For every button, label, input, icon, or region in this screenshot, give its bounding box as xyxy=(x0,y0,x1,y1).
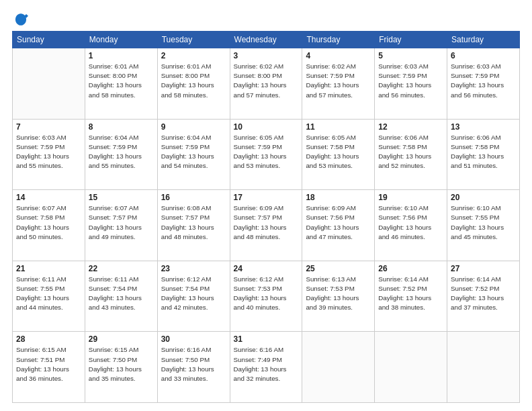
calendar-cell: 31Sunrise: 6:16 AM Sunset: 7:49 PM Dayli… xyxy=(230,332,302,403)
calendar-cell: 30Sunrise: 6:16 AM Sunset: 7:50 PM Dayli… xyxy=(157,332,230,403)
day-info: Sunrise: 6:14 AM Sunset: 7:52 PM Dayligh… xyxy=(451,275,516,313)
day-info: Sunrise: 6:15 AM Sunset: 7:51 PM Dayligh… xyxy=(16,345,81,383)
day-number: 13 xyxy=(451,122,516,132)
day-number: 28 xyxy=(16,334,81,344)
calendar-cell: 5Sunrise: 6:03 AM Sunset: 7:59 PM Daylig… xyxy=(375,48,447,120)
day-info: Sunrise: 6:09 AM Sunset: 7:56 PM Dayligh… xyxy=(306,203,371,242)
day-info: Sunrise: 6:12 AM Sunset: 7:54 PM Dayligh… xyxy=(161,275,226,313)
day-number: 15 xyxy=(89,193,154,202)
day-info: Sunrise: 6:06 AM Sunset: 7:58 PM Dayligh… xyxy=(451,133,516,171)
day-number: 5 xyxy=(378,51,443,60)
calendar-cell: 29Sunrise: 6:15 AM Sunset: 7:50 PM Dayli… xyxy=(85,332,157,403)
day-info: Sunrise: 6:04 AM Sunset: 7:59 PM Dayligh… xyxy=(161,133,226,171)
day-number: 25 xyxy=(306,264,371,273)
weekday-header: Saturday xyxy=(447,32,520,48)
day-info: Sunrise: 6:16 AM Sunset: 7:50 PM Dayligh… xyxy=(161,345,226,383)
logo-icon xyxy=(13,12,28,27)
day-info: Sunrise: 6:07 AM Sunset: 7:58 PM Dayligh… xyxy=(16,203,81,242)
day-number: 3 xyxy=(234,51,299,60)
day-info: Sunrise: 6:12 AM Sunset: 7:53 PM Dayligh… xyxy=(234,275,299,313)
calendar-cell: 14Sunrise: 6:07 AM Sunset: 7:58 PM Dayli… xyxy=(13,190,85,261)
weekday-header: Thursday xyxy=(302,32,375,48)
day-number: 22 xyxy=(89,264,154,273)
calendar-cell xyxy=(302,332,375,403)
calendar-cell: 19Sunrise: 6:10 AM Sunset: 7:56 PM Dayli… xyxy=(375,190,447,261)
day-number: 7 xyxy=(16,122,81,132)
day-number: 19 xyxy=(378,193,443,202)
day-info: Sunrise: 6:05 AM Sunset: 7:58 PM Dayligh… xyxy=(306,133,371,171)
calendar-cell: 12Sunrise: 6:06 AM Sunset: 7:58 PM Dayli… xyxy=(375,119,447,190)
day-number: 20 xyxy=(451,193,516,202)
calendar-week-row: 14Sunrise: 6:07 AM Sunset: 7:58 PM Dayli… xyxy=(13,190,520,261)
calendar-cell: 3Sunrise: 6:02 AM Sunset: 8:00 PM Daylig… xyxy=(230,48,302,120)
day-info: Sunrise: 6:06 AM Sunset: 7:58 PM Dayligh… xyxy=(378,133,443,171)
day-number: 14 xyxy=(16,193,81,202)
calendar-cell: 28Sunrise: 6:15 AM Sunset: 7:51 PM Dayli… xyxy=(13,332,85,403)
day-info: Sunrise: 6:04 AM Sunset: 7:59 PM Dayligh… xyxy=(89,133,154,171)
weekday-header: Sunday xyxy=(13,32,85,48)
day-info: Sunrise: 6:11 AM Sunset: 7:55 PM Dayligh… xyxy=(16,275,81,313)
day-number: 18 xyxy=(306,193,371,202)
day-number: 2 xyxy=(161,51,226,60)
day-info: Sunrise: 6:03 AM Sunset: 7:59 PM Dayligh… xyxy=(378,62,443,100)
calendar-cell: 2Sunrise: 6:01 AM Sunset: 8:00 PM Daylig… xyxy=(157,48,230,120)
day-number: 17 xyxy=(234,193,299,202)
day-info: Sunrise: 6:07 AM Sunset: 7:57 PM Dayligh… xyxy=(89,203,154,242)
calendar-cell: 25Sunrise: 6:13 AM Sunset: 7:53 PM Dayli… xyxy=(302,261,375,332)
weekday-header: Monday xyxy=(85,32,157,48)
day-number: 8 xyxy=(89,122,154,132)
calendar-cell: 13Sunrise: 6:06 AM Sunset: 7:58 PM Dayli… xyxy=(447,119,520,190)
day-info: Sunrise: 6:11 AM Sunset: 7:54 PM Dayligh… xyxy=(89,275,154,313)
day-info: Sunrise: 6:03 AM Sunset: 7:59 PM Dayligh… xyxy=(16,133,81,171)
weekday-header: Friday xyxy=(375,32,447,48)
calendar-week-row: 21Sunrise: 6:11 AM Sunset: 7:55 PM Dayli… xyxy=(13,261,520,332)
calendar-cell: 17Sunrise: 6:09 AM Sunset: 7:57 PM Dayli… xyxy=(230,190,302,261)
calendar-cell xyxy=(375,332,447,403)
day-number: 1 xyxy=(89,51,154,60)
day-info: Sunrise: 6:08 AM Sunset: 7:57 PM Dayligh… xyxy=(161,203,226,242)
weekday-header: Tuesday xyxy=(157,32,230,48)
calendar-header-row: SundayMondayTuesdayWednesdayThursdayFrid… xyxy=(13,32,520,48)
page: SundayMondayTuesdayWednesdayThursdayFrid… xyxy=(0,0,532,411)
day-number: 29 xyxy=(89,334,154,344)
day-info: Sunrise: 6:10 AM Sunset: 7:56 PM Dayligh… xyxy=(378,203,443,242)
day-info: Sunrise: 6:05 AM Sunset: 7:59 PM Dayligh… xyxy=(234,133,299,171)
day-number: 9 xyxy=(161,122,226,132)
calendar-cell: 24Sunrise: 6:12 AM Sunset: 7:53 PM Dayli… xyxy=(230,261,302,332)
day-number: 11 xyxy=(306,122,371,132)
calendar-week-row: 7Sunrise: 6:03 AM Sunset: 7:59 PM Daylig… xyxy=(13,119,520,190)
calendar-cell: 8Sunrise: 6:04 AM Sunset: 7:59 PM Daylig… xyxy=(85,119,157,190)
day-number: 23 xyxy=(161,264,226,273)
calendar-cell: 4Sunrise: 6:02 AM Sunset: 7:59 PM Daylig… xyxy=(302,48,375,120)
day-number: 31 xyxy=(234,334,299,344)
calendar-cell: 1Sunrise: 6:01 AM Sunset: 8:00 PM Daylig… xyxy=(85,48,157,120)
day-number: 26 xyxy=(378,264,443,273)
calendar-cell: 23Sunrise: 6:12 AM Sunset: 7:54 PM Dayli… xyxy=(157,261,230,332)
calendar-cell: 18Sunrise: 6:09 AM Sunset: 7:56 PM Dayli… xyxy=(302,190,375,261)
calendar-cell: 26Sunrise: 6:14 AM Sunset: 7:52 PM Dayli… xyxy=(375,261,447,332)
day-number: 27 xyxy=(451,264,516,273)
calendar-cell xyxy=(13,48,85,120)
header xyxy=(12,12,520,26)
day-number: 6 xyxy=(451,51,516,60)
calendar-cell xyxy=(447,332,520,403)
calendar-cell: 7Sunrise: 6:03 AM Sunset: 7:59 PM Daylig… xyxy=(13,119,85,190)
day-number: 16 xyxy=(161,193,226,202)
day-number: 10 xyxy=(234,122,299,132)
calendar-cell: 6Sunrise: 6:03 AM Sunset: 7:59 PM Daylig… xyxy=(447,48,520,120)
calendar-cell: 16Sunrise: 6:08 AM Sunset: 7:57 PM Dayli… xyxy=(157,190,230,261)
day-info: Sunrise: 6:09 AM Sunset: 7:57 PM Dayligh… xyxy=(234,203,299,242)
day-info: Sunrise: 6:01 AM Sunset: 8:00 PM Dayligh… xyxy=(161,62,226,100)
calendar-table: SundayMondayTuesdayWednesdayThursdayFrid… xyxy=(12,31,520,403)
logo xyxy=(12,12,28,26)
day-info: Sunrise: 6:02 AM Sunset: 7:59 PM Dayligh… xyxy=(306,62,371,100)
calendar-cell: 9Sunrise: 6:04 AM Sunset: 7:59 PM Daylig… xyxy=(157,119,230,190)
day-info: Sunrise: 6:16 AM Sunset: 7:49 PM Dayligh… xyxy=(234,345,299,383)
day-number: 30 xyxy=(161,334,226,344)
calendar-cell: 20Sunrise: 6:10 AM Sunset: 7:55 PM Dayli… xyxy=(447,190,520,261)
calendar-cell: 10Sunrise: 6:05 AM Sunset: 7:59 PM Dayli… xyxy=(230,119,302,190)
day-number: 24 xyxy=(234,264,299,273)
calendar-cell: 21Sunrise: 6:11 AM Sunset: 7:55 PM Dayli… xyxy=(13,261,85,332)
calendar-week-row: 1Sunrise: 6:01 AM Sunset: 8:00 PM Daylig… xyxy=(13,48,520,120)
calendar-week-row: 28Sunrise: 6:15 AM Sunset: 7:51 PM Dayli… xyxy=(13,332,520,403)
